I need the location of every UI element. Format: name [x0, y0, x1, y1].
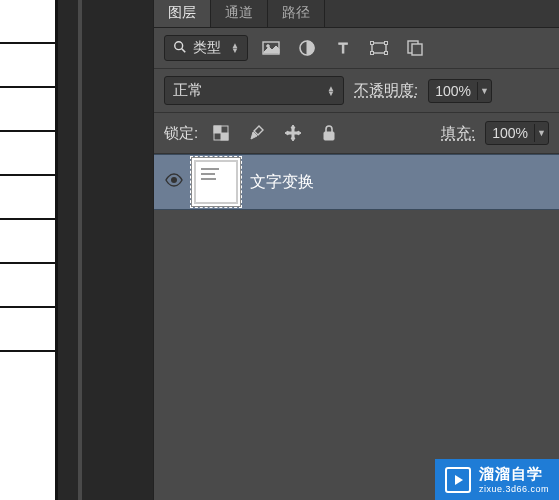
svg-rect-15 [221, 133, 228, 140]
filter-pixel-icon[interactable] [258, 35, 284, 61]
svg-rect-8 [384, 42, 387, 45]
eye-icon [164, 173, 184, 191]
filter-shape-icon[interactable] [366, 35, 392, 61]
layers-list: 文字变换 [154, 154, 559, 210]
lock-transparency-icon[interactable] [208, 120, 234, 146]
layer-name[interactable]: 文字变换 [250, 172, 314, 193]
svg-rect-16 [324, 132, 334, 140]
svg-rect-7 [370, 42, 373, 45]
lock-pixels-icon[interactable] [244, 120, 270, 146]
watermark: 溜溜自学 zixue.3d66.com [435, 459, 559, 500]
canvas-ruler-edge [0, 0, 58, 500]
watermark-url: zixue.3d66.com [479, 484, 549, 494]
blend-opacity-row: 正常 ▲▼ 不透明度: 100% ▼ [154, 69, 559, 113]
svg-text:T: T [338, 40, 347, 56]
fill-label: 填充: [441, 124, 475, 143]
layer-row[interactable]: 文字变换 [154, 154, 559, 210]
filter-smartobject-icon[interactable] [402, 35, 428, 61]
panel-tabs: 图层 通道 路径 [154, 0, 559, 28]
lock-label: 锁定: [164, 124, 198, 143]
lock-position-icon[interactable] [280, 120, 306, 146]
layer-thumbnail[interactable] [194, 160, 238, 204]
layers-panel: 图层 通道 路径 类型 ▲▼ T 正常 [153, 0, 559, 500]
filter-adjustment-icon[interactable] [294, 35, 320, 61]
svg-rect-12 [412, 44, 422, 55]
opacity-label: 不透明度: [354, 81, 418, 100]
fill-input[interactable]: 100% ▼ [485, 121, 549, 145]
svg-rect-6 [372, 43, 386, 53]
blend-mode-value: 正常 [173, 81, 203, 100]
fill-value: 100% [486, 122, 534, 144]
svg-point-17 [171, 177, 177, 183]
tab-layers[interactable]: 图层 [154, 0, 211, 27]
svg-rect-10 [384, 52, 387, 55]
opacity-input[interactable]: 100% ▼ [428, 79, 492, 103]
tab-paths[interactable]: 路径 [268, 0, 325, 27]
watermark-title: 溜溜自学 [479, 465, 549, 484]
chevron-updown-icon: ▲▼ [231, 43, 239, 53]
visibility-toggle[interactable] [154, 173, 194, 191]
opacity-value: 100% [429, 80, 477, 102]
chevron-down-icon: ▼ [477, 82, 491, 100]
tab-channels[interactable]: 通道 [211, 0, 268, 27]
svg-rect-9 [370, 52, 373, 55]
lock-fill-row: 锁定: 填充: 100% ▼ [154, 113, 559, 154]
lock-all-icon[interactable] [316, 120, 342, 146]
svg-point-0 [175, 41, 183, 49]
filter-row: 类型 ▲▼ T [154, 28, 559, 69]
svg-line-1 [182, 48, 186, 52]
filter-type-label: 类型 [193, 39, 221, 57]
blend-mode-dropdown[interactable]: 正常 ▲▼ [164, 76, 344, 105]
filter-type-dropdown[interactable]: 类型 ▲▼ [164, 35, 248, 61]
search-icon [173, 40, 187, 57]
watermark-text: 溜溜自学 zixue.3d66.com [479, 465, 549, 494]
svg-rect-14 [214, 126, 221, 133]
chevron-down-icon: ▼ [534, 124, 548, 142]
lock-icons-group [208, 120, 342, 146]
chevron-updown-icon: ▲▼ [327, 86, 335, 96]
filter-type-text-icon[interactable]: T [330, 35, 356, 61]
play-icon [445, 467, 471, 493]
workspace-background [58, 0, 153, 500]
